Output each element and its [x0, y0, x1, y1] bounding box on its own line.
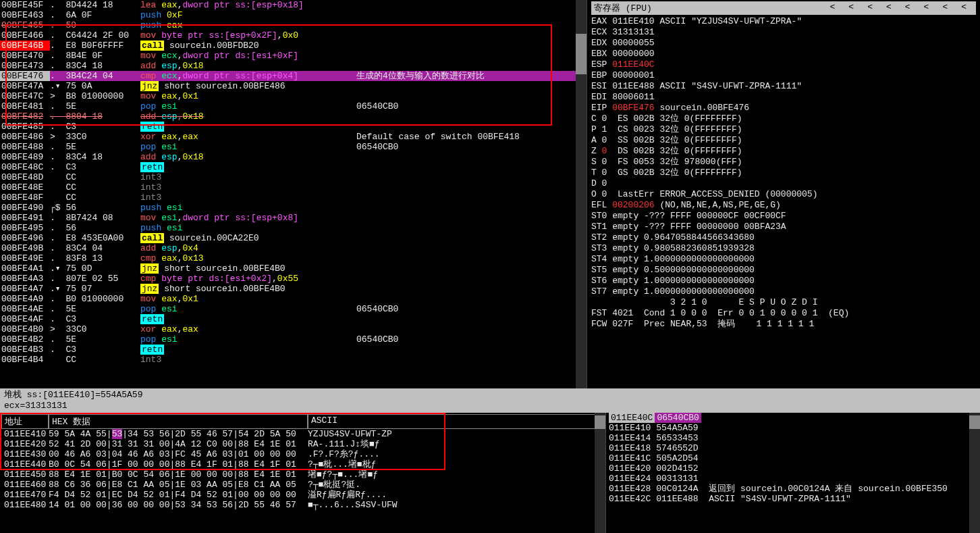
disasm-row[interactable]: 00BFE489. 83C4 18add esp,0x18: [0, 152, 587, 162]
register-line[interactable]: ECX 31313131: [591, 27, 976, 38]
register-line[interactable]: EAX 011EE410 ASCII "YZJUS4SV-UFWT-ZPRA-": [591, 16, 976, 27]
disasm-row[interactable]: 00BFE4B3. C3retn: [0, 345, 587, 355]
register-line[interactable]: P 1 CS 0023 32位 0(FFFFFFFF): [591, 124, 976, 135]
stack-row[interactable]: 011EE428 00C0124A 返回到 sourcein.00C0124A …: [606, 484, 980, 494]
disasm-row[interactable]: 00BFE491. 8B7424 08mov esi,dword ptr ss:…: [0, 213, 587, 223]
register-line[interactable]: 3 2 1 0 E S P U O Z D I: [591, 297, 976, 308]
disasm-row[interactable]: 00BFE476. 3B4C24 04cmp ecx,dword ptr ss:…: [0, 71, 587, 81]
stack-row[interactable]: 011EE410 554A5A59: [606, 423, 980, 433]
stack-row[interactable]: 011EE40C 06540CB0: [606, 413, 980, 423]
register-line[interactable]: ST0 empty -??? FFFF 000000CF 00CF00CF: [591, 211, 976, 222]
disasm-row[interactable]: 00BFE4A1.▾ 75 0Djnz short sourcein.00BFE…: [0, 263, 587, 274]
stack-row[interactable]: 011EE420 002D4152: [606, 463, 980, 474]
disasm-row[interactable]: 00BFE4A3. 807E 02 55cmp byte ptr ds:[esi…: [0, 274, 587, 284]
disasm-row[interactable]: 00BFE466. C64424 2F 00mov byte ptr ss:[e…: [0, 30, 587, 41]
disasm-row[interactable]: 00BFE47C> B8 01000000mov eax,0x1: [0, 91, 587, 101]
register-line[interactable]: ST3 empty 0.9805882360851939328: [591, 243, 976, 254]
disasm-bytes: .▾ 75 07: [50, 284, 140, 294]
register-line[interactable]: EDX 00000055: [591, 38, 976, 49]
hex-row[interactable]: 011EE41059 5A 4A 55|53|34 53 56|2D 55 46…: [1, 429, 604, 439]
disasm-row[interactable]: 00BFE4B2. 5Epop esi06540CB0: [0, 334, 587, 345]
register-line[interactable]: ST5 empty 0.5000000000000000000: [591, 265, 976, 276]
hex-dump-pane[interactable]: 地址 HEX 数据 ASCII 011EE41059 5A 4A 55|53|3…: [0, 413, 606, 533]
hex-scrollbar[interactable]: [595, 413, 605, 533]
register-line[interactable]: Z 0 DS 002B 32位 0(FFFFFFFF): [591, 146, 976, 157]
registers-pane[interactable]: 寄存器 (FPU) <<<<<<<< EAX 011EE410 ASCII "Y…: [587, 0, 980, 388]
disasm-row[interactable]: 00BFE470. 8B4E 0Fmov ecx,dword ptr ds:[e…: [0, 51, 587, 61]
disasm-row[interactable]: 00BFE473. 83C4 18add esp,0x18: [0, 61, 587, 71]
register-line[interactable]: ST1 empty -??? FFFF 00000000 00BFA23A: [591, 222, 976, 232]
register-line[interactable]: EFL 00200206 (NO,NB,NE,A,NS,PE,GE,G): [591, 200, 976, 211]
hex-row[interactable]: 011EE48014 01 00 00|36 00 00 00|53 34 53…: [1, 500, 604, 510]
stack-scrollbar[interactable]: [969, 413, 980, 533]
disasm-comment: [356, 182, 587, 193]
register-line[interactable]: S 0 FS 0053 32位 978000(FFF): [591, 157, 976, 168]
register-line[interactable]: EBX 00000000: [591, 49, 976, 59]
register-line[interactable]: FST 4021 Cond 1 0 0 0 Err 0 0 1 0 0 0 0 …: [591, 308, 976, 319]
disasm-comment: 06540CB0: [356, 334, 587, 345]
disasm-row[interactable]: 00BFE48F CCint3: [0, 193, 587, 203]
disasm-row[interactable]: 00BFE495. 56push esi: [0, 223, 587, 233]
register-line[interactable]: ESP 011EE40C: [591, 59, 976, 70]
disasm-row[interactable]: 00BFE4B0> 33C0xor eax,eax: [0, 324, 587, 334]
registers-nav[interactable]: <<<<<<<<: [823, 2, 974, 14]
disasm-row[interactable]: 00BFE4A9. B0 01000000mov eax,0x1: [0, 294, 587, 304]
disasm-row[interactable]: 00BFE496. E8 453E0A00call sourcein.00CA2…: [0, 233, 587, 243]
disasm-asm: add esp,0x4: [140, 243, 356, 253]
register-line[interactable]: FCW 027F Prec NEAR,53 掩码 1 1 1 1 1 1: [591, 319, 976, 330]
disasm-row[interactable]: 00BFE48C. C3retn: [0, 162, 587, 172]
register-line[interactable]: EIP 00BFE476 sourcein.00BFE476: [591, 103, 976, 113]
disasm-row[interactable]: 00BFE4A7.▾ 75 07jnz short sourcein.00BFE…: [0, 284, 587, 294]
stack-row[interactable]: 011EE41C 505A2D54: [606, 453, 980, 463]
disasm-row[interactable]: 00BFE45F. 8D4424 18lea eax,dword ptr ss:…: [0, 0, 587, 10]
stack-row[interactable]: 011EE414 56533453: [606, 433, 980, 443]
register-line[interactable]: ST7 empty 1.0000000000000000000: [591, 286, 976, 297]
disasm-row[interactable]: 00BFE49B. 83C4 04add esp,0x4: [0, 243, 587, 253]
disasm-row[interactable]: 00BFE4AF. C3retn: [0, 314, 587, 324]
stack-pane[interactable]: 011EE40C 06540CB0011EE410 554A5A59011EE4…: [606, 413, 980, 533]
register-line[interactable]: ESI 011EE488 ASCII "S4SV-UFWT-ZPRA-1111": [591, 81, 976, 92]
disasm-row[interactable]: 00BFE46B. E8 B0F6FFFFcall sourcein.00BFD…: [0, 41, 587, 51]
disasm-row[interactable]: 00BFE48E CCint3: [0, 182, 587, 193]
stack-row[interactable]: 011EE424 00313131: [606, 474, 980, 484]
disasm-comment: [356, 10, 587, 20]
stack-row[interactable]: 011EE42C 011EE488 ASCII "S4SV-UFWT-ZPRA-…: [606, 494, 980, 504]
register-line[interactable]: ST6 empty 1.0000000000000000000: [591, 276, 976, 286]
disasm-asm: int3: [140, 172, 356, 182]
hex-row[interactable]: 011EE42052 41 2D 00|31 31 31 00|4A 12 C0…: [1, 439, 604, 449]
disasm-row[interactable]: 00BFE48D CCint3: [0, 172, 587, 182]
hex-row[interactable]: 011EE470F4 D4 52 01|EC D4 52 01|F4 D4 52…: [1, 490, 604, 500]
hex-row[interactable]: 011EE43000 46 A6 03|04 46 A6 03|FC 45 A6…: [1, 449, 604, 459]
disasm-row[interactable]: 00BFE4B4 CCint3: [0, 355, 587, 365]
disasm-row[interactable]: 00BFE47A.▾ 75 0Ajnz short sourcein.00BFE…: [0, 81, 587, 91]
register-line[interactable]: D 0: [591, 178, 976, 189]
disasm-row[interactable]: 00BFE485. C3retn: [0, 122, 587, 132]
disasm-scrollbar[interactable]: [576, 0, 587, 388]
register-line[interactable]: ST2 empty 0.9647058844566343680: [591, 232, 976, 243]
register-line[interactable]: C 0 ES 002B 32位 0(FFFFFFFF): [591, 113, 976, 124]
disasm-bytes: . 8B4E 0F: [50, 51, 140, 61]
register-line[interactable]: EBP 00000001: [591, 70, 976, 81]
disasm-asm: xor eax,eax: [140, 132, 356, 142]
stack-row[interactable]: 011EE418 5746552D: [606, 443, 980, 453]
hex-row[interactable]: 011EE45088 E4 1E 01|B0 0C 54 06|1E 00 00…: [1, 469, 604, 480]
hex-row[interactable]: 011EE46088 C6 36 06|E8 C1 AA 05|1E 03 AA…: [1, 480, 604, 490]
disasm-addr: 00BFE473: [0, 61, 50, 71]
disasm-row[interactable]: 00BFE4AE. 5Epop esi06540CB0: [0, 304, 587, 314]
disasm-row[interactable]: 00BFE482. 8804 18add esp,0x18: [0, 111, 587, 122]
register-line[interactable]: O 0 LastErr ERROR_ACCESS_DENIED (0000000…: [591, 189, 976, 200]
disasm-row[interactable]: 00BFE465. 50push eax: [0, 20, 587, 30]
register-line[interactable]: A 0 SS 002B 32位 0(FFFFFFFF): [591, 135, 976, 146]
disassembly-pane[interactable]: 00BFE45F. 8D4424 18lea eax,dword ptr ss:…: [0, 0, 587, 388]
disasm-row[interactable]: 00BFE463. 6A 0Fpush 0xF: [0, 10, 587, 20]
disasm-row[interactable]: 00BFE49E. 83F8 13cmp eax,0x13: [0, 253, 587, 263]
disasm-comment: 06540CB0: [356, 142, 587, 152]
hex-row[interactable]: 011EE440B0 0C 54 06|1F 00 00 00|88 E4 1F…: [1, 459, 604, 469]
register-line[interactable]: EDI 80006011: [591, 92, 976, 103]
disasm-row[interactable]: 00BFE488. 5Epop esi06540CB0: [0, 142, 587, 152]
disasm-row[interactable]: 00BFE490┌$ 56push esi: [0, 203, 587, 213]
disasm-row[interactable]: 00BFE481. 5Epop esi06540CB0: [0, 101, 587, 111]
register-line[interactable]: T 0 GS 002B 32位 0(FFFFFFFF): [591, 168, 976, 178]
register-line[interactable]: ST4 empty 1.0000000000000000000: [591, 254, 976, 265]
disasm-row[interactable]: 00BFE486> 33C0xor eax,eaxDefault case of…: [0, 132, 587, 142]
